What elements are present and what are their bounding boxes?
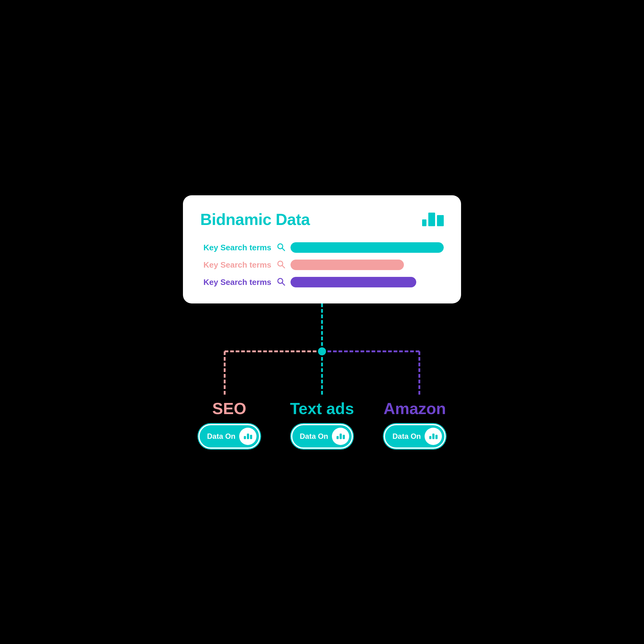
textads-toggle[interactable]: Data On xyxy=(291,424,353,449)
bar-chart-icon xyxy=(422,213,444,226)
textads-toggle-thumb xyxy=(332,428,349,445)
amazon-toggle-text: Data On xyxy=(392,432,421,441)
textads-toggle-text: Data On xyxy=(300,432,328,441)
table-row: Key Search terms xyxy=(200,277,444,287)
connector-line-horizontal-pink xyxy=(225,350,322,352)
bar-fill-purple xyxy=(290,277,416,287)
search-icon xyxy=(276,242,286,253)
svg-line-5 xyxy=(282,283,285,285)
card-title: Bidnamic Data xyxy=(200,210,310,229)
amazon-toggle[interactable]: Data On xyxy=(384,424,446,449)
card-rows: Key Search terms Key Search terms xyxy=(200,242,444,287)
search-icon xyxy=(276,260,286,270)
mini-bar-icon xyxy=(429,434,438,439)
main-container: Bidnamic Data Key Search terms xyxy=(183,195,461,449)
bar-track-pink xyxy=(290,260,444,270)
seo-toggle[interactable]: Data On xyxy=(198,424,260,449)
connector-center-dot xyxy=(318,347,326,355)
svg-line-3 xyxy=(282,265,285,268)
connector-area xyxy=(183,303,461,409)
card-header: Bidnamic Data xyxy=(200,210,444,229)
data-card: Bidnamic Data Key Search terms xyxy=(183,195,461,303)
bar-track-teal xyxy=(290,242,444,253)
table-row: Key Search terms xyxy=(200,260,444,270)
seo-toggle-thumb xyxy=(239,428,256,445)
bar-track-purple xyxy=(290,277,444,287)
row-label-teal: Key Search terms xyxy=(200,243,271,252)
amazon-toggle-thumb xyxy=(425,428,442,445)
connector-line-vertical-right xyxy=(418,351,420,395)
bar-fill-teal xyxy=(290,242,444,253)
connector-line-vertical-top xyxy=(321,303,323,351)
connector-line-horizontal-purple xyxy=(322,350,419,352)
connector-line-vertical-left xyxy=(224,351,226,395)
chart-bar-1 xyxy=(422,219,426,226)
chart-bar-3 xyxy=(437,215,444,226)
row-label-pink: Key Search terms xyxy=(200,260,271,270)
table-row: Key Search terms xyxy=(200,242,444,253)
mini-bar-icon xyxy=(337,434,345,439)
svg-line-1 xyxy=(282,248,285,251)
search-icon xyxy=(276,277,286,287)
connector-line-vertical-center xyxy=(321,351,323,395)
bar-fill-pink xyxy=(290,260,404,270)
chart-bar-2 xyxy=(428,213,435,226)
row-label-purple: Key Search terms xyxy=(200,278,271,287)
mini-bar-icon xyxy=(244,434,252,439)
seo-toggle-text: Data On xyxy=(207,432,235,441)
